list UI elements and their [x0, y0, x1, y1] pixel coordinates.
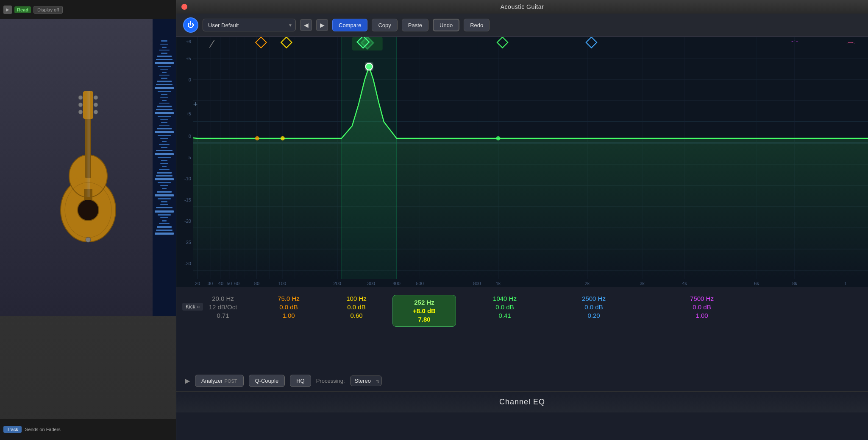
svg-text:+5: +5 [186, 111, 191, 116]
svg-rect-39 [159, 103, 170, 104]
display-off-label[interactable]: Display off [33, 6, 63, 14]
band6-gain: 0.0 dB [584, 303, 603, 311]
power-button[interactable]: ⏻ [183, 17, 198, 33]
kick-label: Kick ○ [182, 303, 203, 311]
svg-text:-15: -15 [184, 197, 191, 202]
svg-text:6k: 6k [754, 281, 759, 286]
paste-button[interactable]: Paste [402, 19, 428, 31]
compare-button[interactable]: Compare [332, 19, 367, 31]
band6-freq: 2500 Hz [582, 295, 606, 302]
band4-gain: +8.0 dB [413, 307, 436, 314]
window-title: Acoustic Guitar [501, 3, 544, 10]
band6-q: 0.20 [587, 312, 600, 319]
hq-button[interactable]: HQ [290, 375, 311, 387]
svg-rect-75 [160, 217, 168, 218]
svg-text:+6: +6 [186, 39, 191, 44]
svg-text:3k: 3k [640, 281, 645, 286]
svg-rect-64 [158, 182, 171, 183]
band8-icon[interactable]: ⌒ [846, 40, 855, 53]
analyzer-label: Analyzer [201, 378, 223, 384]
bottom-controls: 20.0 Hz 12 dB/Oct 0.71 75.0 Hz 0.0 dB 1.… [176, 287, 868, 412]
svg-rect-32 [157, 81, 172, 82]
band7-gain: 0.0 dB [693, 303, 711, 311]
band7-params: 7500 Hz 0.0 dB 1.00 [676, 295, 727, 319]
band4-params-active[interactable]: 252 Hz +8.0 dB 7.80 [392, 295, 456, 327]
svg-text:0: 0 [189, 77, 191, 82]
svg-rect-63 [155, 178, 174, 180]
svg-rect-55 [155, 153, 174, 155]
redo-button[interactable]: Redo [464, 19, 490, 31]
eq-window: Acoustic Guitar ⏻ User Default ▼ ◀ ▶ Com… [176, 0, 868, 440]
processing-label: Processing: [316, 378, 345, 384]
preset-dropdown-wrapper[interactable]: User Default ▼ [203, 19, 296, 31]
svg-text:50: 50 [227, 281, 232, 286]
svg-text:300: 300 [367, 281, 375, 286]
svg-rect-40 [157, 106, 172, 107]
svg-rect-34 [155, 87, 174, 89]
channel-eq-footer: Channel EQ [176, 391, 868, 412]
toolbar: ⏻ User Default ▼ ◀ ▶ Compare Copy Paste … [176, 14, 868, 37]
copy-button[interactable]: Copy [372, 19, 397, 31]
svg-rect-69 [158, 198, 171, 199]
svg-rect-37 [160, 97, 168, 98]
svg-rect-26 [155, 62, 174, 64]
svg-point-8 [78, 103, 83, 107]
preset-dropdown[interactable]: User Default [203, 19, 296, 31]
read-label: Read [14, 6, 31, 13]
prev-preset-button[interactable]: ◀ [300, 19, 312, 31]
svg-rect-53 [161, 147, 167, 148]
svg-point-9 [94, 103, 98, 107]
processing-dropdown[interactable]: Stereo [350, 376, 382, 386]
band-params-row: 20.0 Hz 12 dB/Oct 0.71 75.0 Hz 0.0 dB 1.… [176, 287, 868, 327]
svg-rect-27 [158, 66, 171, 67]
svg-rect-57 [161, 160, 167, 161]
svg-rect-30 [159, 75, 170, 76]
svg-text:-25: -25 [184, 240, 191, 245]
undo-button[interactable]: Undo [433, 19, 459, 31]
svg-rect-36 [161, 94, 167, 95]
svg-rect-76 [162, 220, 167, 221]
svg-text:800: 800 [473, 281, 481, 286]
svg-rect-72 [156, 207, 172, 208]
band1-q: 0.71 [217, 312, 229, 319]
guitar-area [0, 19, 176, 316]
band2-params: 75.0 Hz 0.0 dB 1.00 [261, 295, 316, 319]
band1-params: 20.0 Hz 12 dB/Oct 0.71 [198, 295, 248, 319]
band3-q: 0.60 [350, 312, 362, 319]
svg-rect-23 [161, 53, 167, 54]
track-button[interactable]: Track [3, 426, 22, 433]
band2-gain: 0.0 dB [279, 303, 298, 311]
svg-rect-79 [156, 230, 172, 231]
eq-graph[interactable]: +6 +5 0 +5 0 -5 -10 -15 -20 -25 -30 20 3… [176, 37, 868, 287]
expand-arrow-icon[interactable]: ▶ [185, 377, 190, 385]
svg-text:8k: 8k [792, 281, 797, 286]
controls-row: ▶ Analyzer POST Q-Couple HQ Processing: … [185, 375, 382, 387]
waveform-strip [153, 19, 176, 316]
band3-freq: 100 Hz [346, 295, 367, 302]
qcouple-button[interactable]: Q-Couple [249, 375, 285, 387]
analyzer-button[interactable]: Analyzer POST [195, 375, 244, 387]
band1-freq: 20.0 Hz [212, 295, 234, 302]
svg-rect-60 [159, 169, 170, 170]
svg-text:20: 20 [195, 281, 200, 286]
guitar-image [50, 83, 126, 252]
next-preset-button[interactable]: ▶ [316, 19, 328, 31]
svg-rect-56 [158, 157, 171, 158]
svg-rect-78 [157, 226, 172, 228]
svg-rect-46 [159, 125, 170, 126]
processing-dropdown-wrapper[interactable]: Stereo ⇅ [350, 376, 382, 386]
close-button[interactable] [181, 4, 187, 10]
band5-gain: 0.0 dB [495, 303, 514, 311]
svg-point-157 [255, 136, 259, 140]
band3-gain: 0.0 dB [347, 303, 365, 311]
svg-text:-30: -30 [184, 261, 191, 266]
svg-point-10 [78, 110, 83, 114]
svg-rect-48 [155, 131, 174, 133]
svg-text:1k: 1k [496, 281, 501, 286]
band5-freq: 1040 Hz [493, 295, 517, 302]
svg-rect-24 [157, 56, 172, 57]
band5-params: 1040 Hz 0.0 dB 0.41 [477, 295, 532, 319]
band4-q: 7.80 [418, 316, 430, 323]
svg-rect-54 [156, 150, 172, 151]
svg-rect-62 [156, 175, 172, 177]
